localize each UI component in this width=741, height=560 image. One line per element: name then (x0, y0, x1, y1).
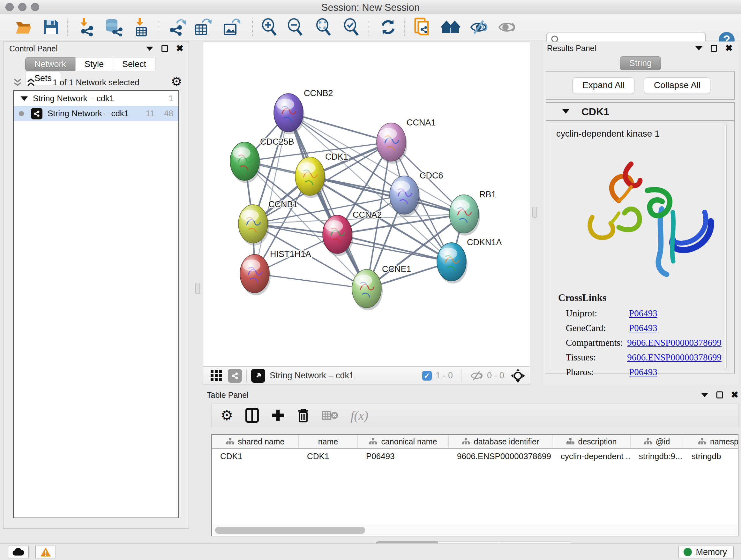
selected-counts: 1 - 0 (435, 371, 453, 381)
refresh-icon (380, 18, 397, 36)
collapse-all-button[interactable]: Collapse All (644, 77, 711, 94)
network-graph[interactable]: CCNB2CCNA1CDC25BCDK1CDC6RB1CCNB1CCNA2CDK… (203, 42, 530, 366)
import-network-file-button[interactable] (76, 17, 96, 37)
panel-close-icon[interactable]: ✖ (725, 45, 733, 52)
import-table-icon (132, 18, 150, 37)
crosslinks-title: CrossLinks (558, 292, 606, 304)
table-options-gear-icon[interactable]: ⚙ (220, 409, 233, 422)
refresh-layout-button[interactable] (378, 17, 398, 37)
node-gloss (325, 220, 343, 232)
panel-collapse-icon[interactable] (695, 46, 702, 51)
node-table[interactable]: shared namenamecanonical namedatabase id… (211, 434, 738, 537)
tab-style[interactable]: Style (75, 57, 113, 71)
save-session-button[interactable] (41, 17, 61, 37)
zoom-fit-button[interactable] (313, 17, 334, 37)
network-collection-row[interactable]: String Network – cdk1 1 (14, 91, 179, 106)
scrollbar-thumb[interactable] (215, 527, 365, 534)
network-options-gear-icon[interactable]: ⚙ (171, 75, 182, 88)
panel-collapse-icon[interactable] (701, 393, 708, 397)
birds-eye-view-button[interactable] (251, 369, 265, 383)
memory-button[interactable]: Memory (678, 546, 734, 558)
add-column-icon[interactable] (271, 409, 285, 422)
warnings-button[interactable] (35, 546, 56, 558)
table-row[interactable]: CDK1CDK1P064939606.ENSP00000378699cyclin… (212, 449, 738, 463)
delete-column-icon[interactable] (297, 408, 310, 423)
zoom-out-button[interactable] (285, 17, 306, 37)
column-header[interactable]: namespace (683, 435, 738, 448)
zoom-selected-button[interactable] (341, 17, 361, 37)
main-toolbar: ? (0, 14, 741, 40)
column-header[interactable]: shared name (212, 435, 299, 448)
column-header[interactable]: canonical name (358, 435, 449, 448)
tab-network[interactable]: Network (25, 57, 75, 71)
tab-string[interactable]: String (620, 56, 661, 70)
crosslink-link[interactable]: P06493 (629, 367, 657, 381)
column-header[interactable]: name (299, 435, 358, 448)
panel-close-icon[interactable]: ✖ (731, 391, 738, 398)
crosslink-link[interactable]: P06493 (629, 323, 657, 337)
network-canvas[interactable]: CCNB2CCNA1CDC25BCDK1CDC6RB1CCNB1CCNA2CDK… (203, 42, 530, 367)
hide-selected-button[interactable] (468, 17, 489, 37)
cloud-icon (12, 548, 24, 556)
panel-maximize-icon[interactable] (717, 391, 723, 398)
export-table-button[interactable] (192, 17, 212, 37)
column-header[interactable]: database identifier (449, 435, 552, 448)
import-network-database-button[interactable] (103, 17, 123, 37)
column-hierarchy-icon (698, 438, 706, 445)
table-panel: Table Panel ✖ ⚙ f(x) shared namenamecano… (207, 389, 741, 543)
crosslink-label: Compartments: (566, 337, 627, 352)
gene-entry-header[interactable]: CDK1 (546, 103, 734, 121)
expand-all-button[interactable]: Expand All (572, 77, 634, 94)
table-cell[interactable]: P06493 (358, 451, 449, 461)
crosslink-link[interactable]: 9606.ENSP00000378699 (627, 352, 722, 367)
right-splitter-handle[interactable] (532, 207, 537, 218)
collection-expand-icon[interactable] (21, 97, 28, 101)
zoom-in-button[interactable] (259, 17, 280, 37)
table-cell[interactable]: stringdb:9... (630, 451, 683, 461)
grid-view-icon[interactable] (210, 369, 223, 382)
network-node-label: CCNE1 (382, 264, 411, 274)
statusbar-separator (246, 369, 247, 382)
left-splitter-handle[interactable] (195, 283, 200, 294)
crosslink-link[interactable]: 9606.ENSP00000378699 (627, 337, 722, 352)
protein-structure-image (568, 152, 718, 283)
column-header[interactable]: description (552, 435, 630, 448)
table-cell[interactable]: 9606.ENSP00000378699 (449, 451, 552, 461)
network-row[interactable]: String Network – cdk1 1148 (14, 106, 179, 121)
export-network-button[interactable] (166, 17, 187, 37)
cloud-status-button[interactable] (8, 546, 29, 558)
panel-maximize-icon[interactable] (711, 45, 717, 52)
network-share-icon[interactable] (228, 369, 242, 383)
selected-nodes-checkbox[interactable]: ✓ (422, 371, 432, 381)
export-image-button[interactable] (221, 17, 241, 37)
table-cell[interactable]: stringdb (683, 451, 738, 461)
titlebar: Session: New Session (0, 0, 741, 14)
open-session-button[interactable] (13, 17, 34, 37)
table-cell[interactable]: CDK1 (212, 451, 299, 461)
network-selection-status: 1 of 1 Network selected (3, 78, 189, 87)
panel-close-icon[interactable]: ✖ (176, 45, 184, 52)
panel-collapse-icon[interactable] (146, 47, 153, 51)
table-cell[interactable]: CDK1 (299, 451, 358, 461)
crosslink-link[interactable]: P06493 (629, 308, 657, 323)
crosslinks-list: Uniprot:P06493GeneCard:P06493Compartment… (566, 308, 722, 381)
column-hierarchy-icon (226, 438, 234, 445)
show-columns-icon[interactable] (245, 408, 259, 423)
import-table-file-button[interactable] (131, 17, 151, 37)
tab-select[interactable]: Select (113, 57, 155, 71)
entry-collapse-icon[interactable] (562, 109, 569, 114)
table-horizontal-scrollbar[interactable] (212, 525, 737, 535)
clone-network-button[interactable] (412, 17, 432, 37)
column-header-label: namespace (710, 437, 738, 446)
panel-maximize-icon[interactable] (161, 45, 168, 52)
column-header[interactable]: @id (630, 435, 683, 448)
table-cell[interactable]: cyclin-dependent ... (552, 451, 630, 461)
gene-symbol: CDK1 (582, 106, 734, 118)
show-all-button[interactable] (496, 17, 517, 37)
results-scrollbar[interactable] (724, 124, 727, 369)
fit-crosshair-icon[interactable] (511, 368, 525, 383)
memory-label: Memory (696, 547, 727, 557)
gene-entry-body: cyclin-dependent kinase 1 CrossLinks (549, 123, 728, 371)
first-neighbors-button[interactable] (441, 17, 461, 37)
crosslink-label: Uniprot: (566, 308, 629, 323)
